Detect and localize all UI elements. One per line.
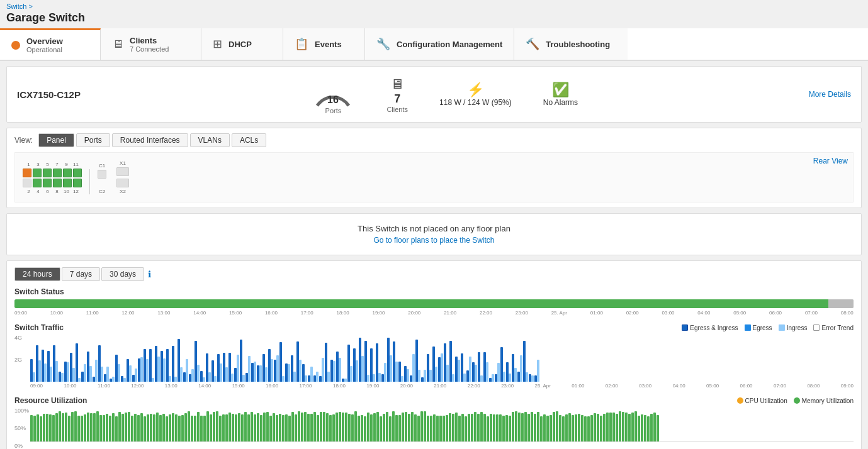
port-x2[interactable] — [116, 179, 129, 187]
port-3[interactable] — [33, 169, 42, 177]
time-tabs: 24 hours 7 days 30 days ℹ — [14, 267, 854, 281]
tab-7d[interactable]: 7 days — [62, 267, 100, 281]
port-5[interactable] — [43, 169, 52, 177]
tab-dhcp-label: DHCP — [228, 40, 252, 49]
view-label: View: — [14, 136, 33, 145]
floor-plan-notice: This Switch is not placed on any floor p… — [17, 224, 851, 233]
tab-panel[interactable]: Panel — [38, 133, 74, 147]
view-tabs: View: Panel Ports Routed Interfaces VLAN… — [14, 133, 854, 147]
tab-events-label: Events — [315, 40, 342, 49]
tab-config-mgmt[interactable]: 🔧 Configuration Management — [365, 28, 514, 60]
port-2[interactable] — [23, 179, 31, 187]
switch-traffic-section: Switch Traffic Egress & Ingress Egress I… — [14, 323, 854, 389]
tab-events[interactable]: 📋 Events — [283, 28, 365, 60]
clients-label: Clients — [386, 106, 408, 113]
tab-troubleshooting-label: Troubleshooting — [546, 40, 610, 49]
power-icon: ⚡ — [439, 82, 512, 98]
svg-text:16: 16 — [328, 94, 339, 105]
alarms-stat: ✅ No Alarms — [543, 82, 578, 107]
rear-view-link[interactable]: Rear View — [813, 157, 848, 165]
tab-overview[interactable]: Overview Operational — [0, 28, 101, 60]
floor-plan-section: This Switch is not placed on any floor p… — [6, 213, 862, 255]
tab-ports[interactable]: Ports — [76, 133, 110, 147]
port-12[interactable] — [73, 179, 82, 187]
tab-vlans[interactable]: VLANs — [190, 133, 230, 147]
resource-util-title: Resource Utilization — [14, 396, 87, 405]
clients-icon: 🖥 — [112, 38, 123, 51]
tab-overview-sublabel: Operational — [26, 46, 63, 53]
port-11[interactable] — [73, 169, 82, 177]
troubleshooting-icon: 🔨 — [526, 37, 539, 51]
floor-plan-link[interactable]: Go to floor plans to place the Switch — [17, 236, 851, 245]
more-details-link[interactable]: More Details — [809, 90, 851, 99]
clients-stat: 🖥 7 Clients — [386, 76, 408, 113]
charts-section: 24 hours 7 days 30 days ℹ Switch Status … — [6, 260, 862, 449]
clients-value: 7 — [386, 92, 408, 106]
port-10[interactable] — [63, 179, 72, 187]
tab-30d[interactable]: 30 days — [101, 267, 144, 281]
traffic-legend: Egress & Ingress Egress Ingress Error Tr… — [682, 324, 854, 331]
breadcrumb: Switch > — [0, 0, 868, 10]
info-icon[interactable]: ℹ — [148, 269, 151, 279]
port-7[interactable] — [53, 169, 62, 177]
port-4[interactable] — [33, 179, 42, 187]
tab-clients[interactable]: 🖥 Clients 7 Connected — [101, 28, 201, 60]
switch-view-section: View: Panel Ports Routed Interfaces VLAN… — [6, 128, 862, 208]
tab-overview-label: Overview — [26, 36, 63, 46]
tab-clients-label: Clients — [130, 36, 169, 45]
tab-routed-interfaces[interactable]: Routed Interfaces — [112, 133, 188, 147]
switch-traffic-title: Switch Traffic — [14, 323, 64, 332]
power-stat: ⚡ 118 W / 124 W (95%) — [439, 82, 512, 107]
tab-acls[interactable]: ACLs — [232, 133, 266, 147]
port-x1[interactable] — [116, 167, 129, 176]
resource-legend: CPU Utilization Memory Utilization — [737, 397, 854, 404]
power-value: 118 W / 124 W (95%) — [439, 98, 512, 107]
switch-status-section: Switch Status 09:0010:0011:0012:0013:00 … — [14, 287, 854, 316]
port-c1[interactable] — [98, 170, 106, 179]
events-icon: 📋 — [295, 37, 308, 51]
switch-status-title: Switch Status — [14, 287, 854, 296]
overview-dot — [11, 41, 20, 50]
tab-clients-sublabel: 7 Connected — [130, 45, 169, 53]
alarms-value: No Alarms — [543, 98, 578, 107]
top-nav: Overview Operational 🖥 Clients 7 Connect… — [0, 28, 868, 61]
ports-gauge: 16 Ports — [311, 74, 355, 114]
switch-panel-diagram: Rear View 1 3 5 7 9 11 — [14, 152, 854, 202]
page-title: Garage Switch — [0, 10, 868, 28]
resource-utilization-section: Resource Utilization CPU Utilization Mem… — [14, 396, 854, 449]
port-8[interactable] — [53, 179, 62, 187]
device-name: ICX7150-C12P — [17, 89, 81, 100]
tab-troubleshooting[interactable]: 🔨 Troubleshooting — [514, 28, 628, 60]
alarms-icon: ✅ — [543, 82, 578, 98]
tab-config-label: Configuration Management — [397, 40, 502, 49]
port-6[interactable] — [43, 179, 52, 187]
clients-icon-stat: 🖥 — [386, 76, 408, 92]
port-1[interactable] — [23, 169, 31, 177]
tab-dhcp[interactable]: ⊞ DHCP — [201, 28, 283, 60]
tab-24h[interactable]: 24 hours — [14, 267, 60, 281]
port-9[interactable] — [63, 169, 72, 177]
dhcp-icon: ⊞ — [213, 37, 222, 51]
config-icon: 🔧 — [376, 37, 390, 51]
device-card: ICX7150-C12P 16 Ports 🖥 7 Clients — [6, 66, 862, 123]
